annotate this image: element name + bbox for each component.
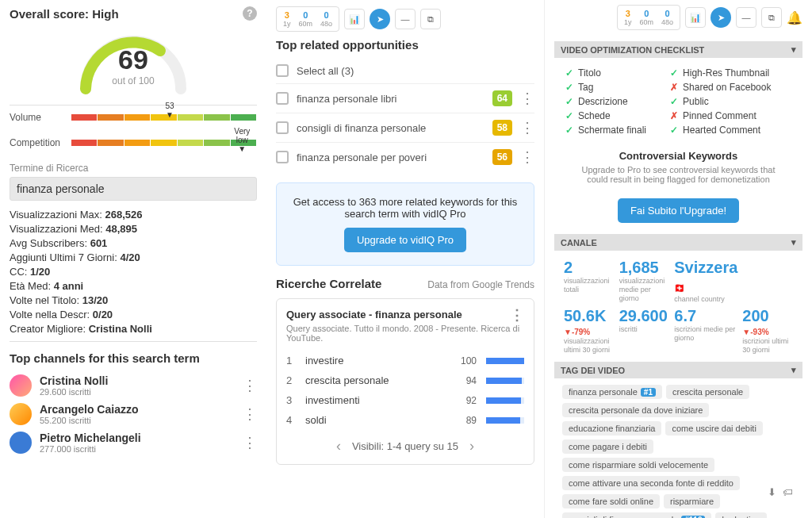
opportunity-row[interactable]: finanza personale libri 64 ⋮ bbox=[276, 84, 534, 113]
query-card: Query associate - finanza personale ⋮ Qu… bbox=[276, 298, 534, 465]
tag-icon[interactable]: 🏷 bbox=[783, 486, 793, 498]
channel-subs: 55.200 iscritti bbox=[40, 416, 235, 425]
add-panel-icon[interactable]: ⧉ bbox=[420, 9, 441, 29]
score-outof: out of 100 bbox=[70, 75, 197, 86]
checkbox-icon[interactable] bbox=[276, 92, 289, 105]
stat-cell: 6.7 iscrizioni medie per giorno bbox=[674, 307, 737, 355]
query-term: crescita personale bbox=[305, 374, 445, 386]
checklist-item: ✓Titolo bbox=[565, 66, 646, 80]
channel-row[interactable]: Arcangelo Caiazzo 55.200 iscritti ⋮ bbox=[10, 400, 257, 428]
tag[interactable]: come risparmiare soldi velocemente bbox=[562, 458, 714, 472]
dash-icon[interactable]: — bbox=[395, 9, 416, 29]
download-icon[interactable]: ⬇ bbox=[768, 486, 776, 498]
overall-score-label: Overall score: High bbox=[10, 7, 119, 21]
tag[interactable]: come uscire dai debiti bbox=[665, 421, 762, 436]
upsell-box: Get access to 363 more related keywords … bbox=[276, 182, 534, 266]
query-row[interactable]: 1 investire 100 bbox=[286, 351, 524, 370]
center-panel: 31y060m048o 📊 ➤ — ⧉ Top related opportun… bbox=[266, 0, 544, 518]
opportunities-heading: Top related opportunities bbox=[276, 38, 534, 52]
checklist-item: ✓Descrizione bbox=[565, 94, 646, 109]
related-heading: Ricerche Correlate bbox=[276, 277, 381, 290]
opportunity-row[interactable]: consigli di finanza personale 58 ⋮ bbox=[276, 113, 534, 143]
channel-name: Pietro Michelangeli bbox=[40, 432, 235, 444]
next-icon[interactable]: › bbox=[469, 438, 474, 455]
chart-icon[interactable]: 📊 bbox=[344, 9, 365, 29]
cross-icon: ✗ bbox=[670, 110, 678, 121]
tag[interactable]: finanza personale #1 bbox=[562, 385, 662, 399]
checkbox-icon[interactable] bbox=[276, 121, 289, 134]
prev-icon[interactable]: ‹ bbox=[336, 438, 341, 455]
channel-name: Cristina Nolli bbox=[40, 374, 235, 387]
check-icon: ✓ bbox=[565, 110, 573, 121]
collapse-icon[interactable]: ▾ bbox=[791, 365, 796, 375]
share-icon[interactable]: ➤ bbox=[370, 9, 390, 29]
tag[interactable]: budgeting bbox=[715, 512, 766, 518]
tag[interactable]: consigli di finanza personale #110 bbox=[562, 512, 711, 518]
channel-row[interactable]: Pietro Michelangeli 277.000 iscritti ⋮ bbox=[10, 428, 257, 457]
opportunity-text: consigli di finanza personale bbox=[297, 122, 485, 134]
dash-icon[interactable]: — bbox=[736, 7, 756, 28]
checklist-item: ✓High-Res Thumbnail bbox=[670, 66, 771, 80]
time-badge[interactable]: 31y bbox=[283, 10, 291, 28]
tag[interactable]: come fare soldi online bbox=[562, 494, 660, 508]
time-badge[interactable]: 048o bbox=[320, 10, 332, 28]
checkbox-icon[interactable] bbox=[276, 64, 289, 77]
query-row[interactable]: 4 soldi 89 bbox=[286, 410, 524, 430]
check-icon: ✓ bbox=[565, 82, 573, 93]
pager-text: Visibili: 1-4 query su 15 bbox=[352, 440, 458, 452]
query-bar bbox=[486, 378, 524, 384]
tag[interactable]: crescita personale da dove iniziare bbox=[562, 403, 709, 417]
score-pill: 56 bbox=[492, 149, 512, 165]
check-icon: ✓ bbox=[670, 67, 678, 79]
score-pill: 64 bbox=[492, 90, 512, 106]
tag[interactable]: come pagare i debiti bbox=[562, 439, 653, 454]
volume-marker: 53 bbox=[165, 102, 174, 119]
select-all-row[interactable]: Select all (3) bbox=[276, 58, 534, 84]
search-term: finanza personale bbox=[10, 177, 257, 201]
chart-icon[interactable]: 📊 bbox=[685, 7, 706, 28]
tags-header[interactable]: TAG DEI VIDEO▾ bbox=[554, 362, 802, 378]
tag[interactable]: risparmiare bbox=[664, 494, 720, 508]
check-icon: ✓ bbox=[565, 125, 573, 136]
checkbox-icon[interactable] bbox=[276, 151, 289, 163]
upgrade-now-button[interactable]: Fai Subito l'Upgrade! bbox=[618, 198, 739, 223]
check-icon: ✓ bbox=[670, 125, 678, 136]
query-bar bbox=[486, 397, 524, 404]
query-term: investire bbox=[305, 355, 445, 366]
add-panel-icon[interactable]: ⧉ bbox=[761, 7, 782, 28]
tag[interactable]: crescita personale bbox=[666, 385, 749, 399]
stat-cell: 50.6K ▼-79% visualizzazioni ultimi 30 gi… bbox=[564, 307, 615, 355]
checklist-item: ✗Shared on Facebook bbox=[670, 80, 771, 94]
time-badge[interactable]: 31y bbox=[624, 9, 632, 26]
top-channels-heading: Top channels for this search term bbox=[10, 351, 257, 365]
stat-cell: Svizzera 🇨🇭 channel country bbox=[674, 259, 737, 304]
time-badge[interactable]: 060m bbox=[299, 10, 313, 28]
collapse-icon[interactable]: ▾ bbox=[791, 44, 796, 55]
check-icon: ✓ bbox=[670, 96, 678, 107]
tag[interactable]: come attivare una seconda fonte di reddi… bbox=[562, 476, 740, 490]
upgrade-button[interactable]: Upgrade to vidIQ Pro bbox=[344, 228, 466, 252]
query-row[interactable]: 3 investimenti 92 bbox=[286, 390, 524, 410]
left-panel: Overall score: High ? 69 out of 100 Volu… bbox=[0, 0, 266, 518]
channel-row[interactable]: Cristina Nolli 29.600 iscritti ⋮ bbox=[10, 371, 257, 400]
data-source: Data from Google Trends bbox=[427, 279, 534, 290]
time-badge[interactable]: 048o bbox=[661, 9, 673, 26]
avatar bbox=[10, 374, 32, 397]
query-bar bbox=[486, 417, 524, 424]
share-icon[interactable]: ➤ bbox=[710, 7, 731, 28]
channel-name: Arcangelo Caiazzo bbox=[40, 403, 235, 416]
bell-icon[interactable]: 🔔 bbox=[787, 10, 802, 25]
help-icon[interactable]: ? bbox=[243, 6, 257, 21]
query-row[interactable]: 2 crescita personale 94 bbox=[286, 370, 524, 390]
stat-cell: 2 visualizzazioni totali bbox=[564, 259, 615, 304]
check-icon: ✓ bbox=[565, 96, 573, 107]
tag[interactable]: educazione finanziaria bbox=[562, 421, 661, 436]
time-badge[interactable]: 060m bbox=[639, 9, 653, 26]
query-bar bbox=[486, 358, 524, 364]
canale-header[interactable]: CANALE▾ bbox=[554, 234, 802, 251]
checklist-item: ✓Public bbox=[670, 94, 771, 109]
collapse-icon[interactable]: ▾ bbox=[791, 237, 796, 247]
checklist-header[interactable]: VIDEO OPTIMIZATION CHECKLIST▾ bbox=[554, 41, 802, 58]
volume-meter: Volume 53 bbox=[10, 112, 257, 123]
opportunity-row[interactable]: finanza personale per poveri 56 ⋮ bbox=[276, 143, 534, 171]
